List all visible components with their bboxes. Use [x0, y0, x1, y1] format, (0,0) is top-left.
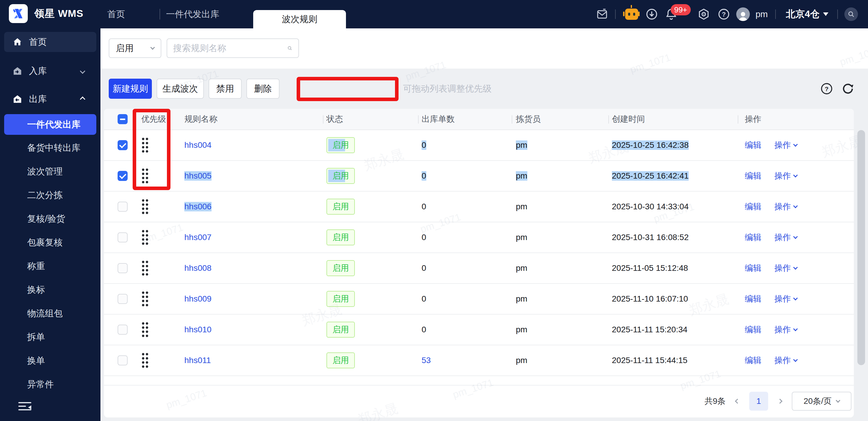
sidebar-subitem-swap-order[interactable]: 换单 — [4, 349, 96, 372]
status-filter-select[interactable]: 启用 — [109, 38, 161, 58]
table-row: hhs007 启用 0 pm 2025-10-31 16:08:52 编辑操作 — [104, 222, 854, 253]
robot-assistant-icon[interactable] — [623, 0, 641, 28]
page-scrollbar[interactable] — [857, 130, 865, 365]
sidebar-item-outbound[interactable]: 出库 — [4, 89, 96, 109]
sidebar-subitem-secondary-sorting[interactable]: 二次分拣 — [4, 183, 96, 207]
sidebar-item-home[interactable]: 首页 — [4, 32, 96, 52]
row-checkbox[interactable] — [118, 355, 128, 365]
edit-link[interactable]: 编辑 — [745, 293, 761, 304]
sidebar-item-label: 首页 — [29, 36, 47, 48]
more-actions-link[interactable]: 操作 — [774, 232, 791, 243]
rule-name-link[interactable]: hhs005 — [184, 171, 212, 181]
drag-handle-icon[interactable] — [141, 291, 149, 307]
sidebar-subitem-split-order[interactable]: 拆单 — [4, 325, 96, 349]
drag-handle-icon[interactable] — [141, 137, 149, 153]
drag-handle-icon[interactable] — [141, 352, 149, 369]
drag-handle-icon[interactable] — [141, 229, 149, 246]
avatar[interactable] — [735, 0, 751, 28]
sidebar-item-inbound[interactable]: 入库 — [4, 61, 96, 81]
edit-link[interactable]: 编辑 — [745, 140, 761, 151]
tab-dropship-outbound[interactable]: 一件代发出库 — [166, 0, 219, 28]
search-icon[interactable] — [287, 43, 292, 53]
more-actions-link[interactable]: 操作 — [774, 201, 791, 212]
refresh-icon[interactable] — [841, 82, 855, 95]
disable-button[interactable]: 禁用 — [209, 79, 242, 99]
sidebar-subitem-wave-management[interactable]: 波次管理 — [4, 160, 96, 183]
download-icon[interactable] — [644, 0, 659, 28]
mail-icon[interactable] — [594, 0, 610, 28]
more-actions-link[interactable]: 操作 — [774, 170, 791, 182]
select-all-checkbox[interactable] — [118, 114, 128, 124]
created-time: 2025-10-30 14:33:04 — [612, 202, 689, 211]
edit-link[interactable]: 编辑 — [745, 263, 761, 274]
prev-page-icon[interactable] — [735, 399, 740, 404]
sidebar-subitem-recheck-inspect[interactable]: 复核/验货 — [4, 207, 96, 231]
topbar-separator — [775, 9, 776, 19]
drag-handle-icon[interactable] — [141, 260, 149, 276]
tab-wave-rules[interactable]: 波次规则 — [253, 10, 346, 28]
chevron-down-icon — [793, 234, 798, 239]
picker-name: pm — [516, 356, 527, 365]
row-checkbox[interactable] — [118, 232, 128, 242]
sidebar-subitem-abnormal-items[interactable]: 异常件 — [4, 372, 96, 396]
rule-name-link[interactable]: hhs009 — [184, 294, 212, 304]
row-checkbox[interactable] — [118, 140, 128, 150]
edit-link[interactable]: 编辑 — [745, 170, 761, 182]
settings-gear-icon[interactable] — [696, 0, 711, 28]
rule-search-input[interactable] — [173, 43, 287, 53]
more-actions-link[interactable]: 操作 — [774, 355, 791, 366]
rule-name-link[interactable]: hhs007 — [184, 233, 212, 242]
status-badge: 启用 — [327, 291, 355, 307]
rule-name-link[interactable]: hhs004 — [184, 141, 212, 150]
page-size-select[interactable]: 20条/页 — [792, 392, 851, 411]
outbound-count-link[interactable]: 53 — [422, 356, 431, 365]
row-checkbox[interactable] — [118, 202, 128, 212]
rule-name-link[interactable]: hhs006 — [184, 202, 212, 211]
row-checkbox[interactable] — [118, 325, 128, 335]
row-checkbox[interactable] — [118, 294, 128, 304]
more-actions-link[interactable]: 操作 — [774, 140, 791, 151]
next-page-icon[interactable] — [778, 399, 783, 404]
warehouse-selector[interactable]: 北京4仓 — [782, 0, 832, 28]
more-actions-link[interactable]: 操作 — [774, 263, 791, 274]
drag-handle-icon[interactable] — [141, 168, 149, 184]
edit-link[interactable]: 编辑 — [745, 201, 761, 212]
sidebar-subitem-dropship-outbound[interactable]: 一件代发出库 — [4, 114, 96, 135]
sidebar-subitem-weighing[interactable]: 称重 — [4, 254, 96, 278]
create-rule-button[interactable]: 新建规则 — [109, 79, 152, 99]
table-header-row: 优先级 规则名称 状态 出库单数 拣货员 创建时间 操作 — [104, 109, 854, 130]
table-row: hhs004 启用 0 pm 2025-10-25 16:42:38 编辑操作 — [104, 130, 854, 161]
inbound-icon — [12, 66, 23, 76]
rule-name-link[interactable]: hhs011 — [184, 356, 211, 365]
sidebar-subitem-logistics-grouping[interactable]: 物流组包 — [4, 302, 96, 325]
page-number-current[interactable]: 1 — [749, 392, 768, 411]
tab-separator — [159, 9, 160, 20]
rule-name-link[interactable]: hhs010 — [184, 325, 212, 334]
chevron-down-icon — [836, 398, 840, 403]
sidebar-subitem-relabel[interactable]: 换标 — [4, 278, 96, 302]
drag-handle-icon[interactable] — [141, 199, 149, 215]
global-search-button[interactable] — [843, 0, 859, 28]
more-actions-link[interactable]: 操作 — [774, 293, 791, 304]
edit-link[interactable]: 编辑 — [745, 324, 761, 335]
help-icon[interactable]: ? — [716, 0, 732, 28]
chevron-down-icon — [793, 326, 798, 331]
more-actions-link[interactable]: 操作 — [774, 324, 791, 335]
tab-home[interactable]: 首页 — [107, 0, 125, 28]
row-checkbox[interactable] — [118, 263, 128, 273]
rule-search-box[interactable] — [167, 38, 299, 58]
edit-link[interactable]: 编辑 — [745, 232, 761, 243]
status-badge: 启用 — [327, 168, 355, 184]
sidebar-collapse-icon[interactable] — [18, 402, 31, 412]
delete-button[interactable]: 删除 — [246, 79, 279, 99]
rule-name-link[interactable]: hhs008 — [184, 264, 212, 273]
edit-link[interactable]: 编辑 — [745, 355, 761, 366]
table-row: hhs009 启用 0 pm 2025-11-10 16:07:10 编辑操作 — [104, 284, 854, 314]
created-time: 2025-11-11 15:20:34 — [612, 325, 687, 334]
drag-handle-icon[interactable] — [141, 321, 149, 338]
table-help-icon[interactable]: ? — [820, 82, 833, 95]
row-checkbox[interactable] — [118, 171, 128, 181]
sidebar-subitem-package-recheck[interactable]: 包裹复核 — [4, 231, 96, 254]
generate-wave-button[interactable]: 生成波次 — [157, 79, 204, 99]
sidebar-subitem-stock-transfer[interactable]: 备货中转出库 — [4, 136, 96, 160]
